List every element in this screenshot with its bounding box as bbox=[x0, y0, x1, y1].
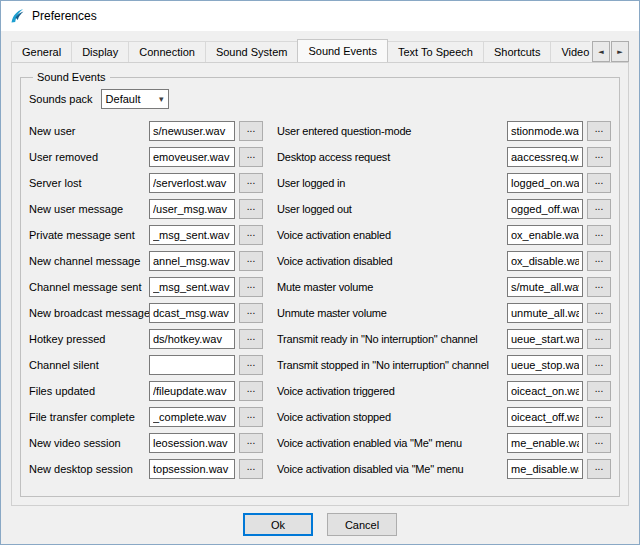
sound-event-row: Voice activation enabled via "Me" menu..… bbox=[277, 433, 611, 453]
sound-event-row: Transmit ready in "No interruption" chan… bbox=[277, 329, 611, 349]
sound-event-label: User entered question-mode bbox=[277, 125, 507, 137]
tab-text-to-speech[interactable]: Text To Speech bbox=[387, 41, 484, 62]
browse-button[interactable]: ... bbox=[587, 251, 611, 271]
browse-button[interactable]: ... bbox=[239, 407, 263, 427]
sound-file-input[interactable] bbox=[149, 121, 235, 141]
sound-file-input[interactable] bbox=[507, 459, 583, 479]
sound-event-row: User entered question-mode... bbox=[277, 121, 611, 141]
sound-event-label: Unmute master volume bbox=[277, 307, 507, 319]
browse-button[interactable]: ... bbox=[587, 225, 611, 245]
tab-scroll-right-button[interactable]: ► bbox=[611, 41, 629, 62]
tab-general[interactable]: General bbox=[11, 41, 72, 62]
titlebar[interactable]: Preferences bbox=[1, 1, 639, 31]
sound-file-input[interactable] bbox=[507, 381, 583, 401]
sound-event-label: User logged out bbox=[277, 203, 507, 215]
sound-file-input[interactable] bbox=[149, 225, 235, 245]
tab-scroll-left-button[interactable]: ◄ bbox=[592, 41, 610, 62]
sound-file-input[interactable] bbox=[507, 225, 583, 245]
sound-file-input[interactable] bbox=[507, 303, 583, 323]
sound-event-row: New desktop session... bbox=[29, 459, 263, 479]
sound-file-input[interactable] bbox=[149, 199, 235, 219]
browse-button[interactable]: ... bbox=[587, 121, 611, 141]
browse-button[interactable]: ... bbox=[239, 381, 263, 401]
cancel-button[interactable]: Cancel bbox=[327, 513, 397, 536]
browse-button[interactable]: ... bbox=[239, 251, 263, 271]
sound-file-input[interactable] bbox=[507, 277, 583, 297]
browse-button[interactable]: ... bbox=[239, 303, 263, 323]
tab-video[interactable]: Video bbox=[550, 41, 590, 62]
browse-button[interactable]: ... bbox=[587, 407, 611, 427]
sound-file-input[interactable] bbox=[149, 355, 235, 375]
ok-button[interactable]: Ok bbox=[243, 513, 313, 536]
sound-event-row: Transmit stopped in "No interruption" ch… bbox=[277, 355, 611, 375]
sound-event-row: New channel message... bbox=[29, 251, 263, 271]
browse-button[interactable]: ... bbox=[239, 459, 263, 479]
sound-event-row: Voice activation triggered... bbox=[277, 381, 611, 401]
sound-event-row: New broadcast message... bbox=[29, 303, 263, 323]
sound-file-input[interactable] bbox=[507, 433, 583, 453]
browse-button[interactable]: ... bbox=[587, 381, 611, 401]
tab-shortcuts[interactable]: Shortcuts bbox=[483, 41, 551, 62]
sound-file-input[interactable] bbox=[149, 251, 235, 271]
browse-button[interactable]: ... bbox=[239, 277, 263, 297]
tab-display[interactable]: Display bbox=[71, 41, 129, 62]
sound-file-input[interactable] bbox=[149, 407, 235, 427]
browse-button[interactable]: ... bbox=[239, 225, 263, 245]
browse-button[interactable]: ... bbox=[239, 433, 263, 453]
sound-event-row: Voice activation stopped... bbox=[277, 407, 611, 427]
tab-sound-system[interactable]: Sound System bbox=[205, 41, 299, 62]
sound-event-label: New user bbox=[29, 125, 149, 137]
sound-event-label: Private message sent bbox=[29, 229, 149, 241]
sound-file-input[interactable] bbox=[507, 251, 583, 271]
browse-button[interactable]: ... bbox=[587, 355, 611, 375]
sound-file-input[interactable] bbox=[507, 147, 583, 167]
sound-file-input[interactable] bbox=[507, 329, 583, 349]
sound-file-input[interactable] bbox=[149, 459, 235, 479]
sound-file-input[interactable] bbox=[149, 433, 235, 453]
browse-button[interactable]: ... bbox=[587, 459, 611, 479]
sound-event-row: Channel silent... bbox=[29, 355, 263, 375]
sound-event-label: Files updated bbox=[29, 385, 149, 397]
sounds-pack-select[interactable]: Default ▾ bbox=[101, 89, 169, 109]
browse-button[interactable]: ... bbox=[587, 277, 611, 297]
browse-button[interactable]: ... bbox=[239, 121, 263, 141]
browse-button[interactable]: ... bbox=[239, 199, 263, 219]
browse-button[interactable]: ... bbox=[587, 173, 611, 193]
sound-event-row: Files updated... bbox=[29, 381, 263, 401]
browse-button[interactable]: ... bbox=[239, 355, 263, 375]
sound-file-input[interactable] bbox=[149, 173, 235, 193]
chevron-down-icon: ▾ bbox=[159, 94, 164, 104]
tab-scroll-buttons: ◄ ► bbox=[592, 41, 629, 62]
tab-sound-events[interactable]: Sound Events bbox=[297, 39, 388, 62]
sound-file-input[interactable] bbox=[507, 355, 583, 375]
arrow-left-icon: ◄ bbox=[598, 48, 603, 56]
sound-event-label: Voice activation triggered bbox=[277, 385, 507, 397]
sounds-pack-row: Sounds pack Default ▾ bbox=[29, 89, 611, 109]
sound-file-input[interactable] bbox=[149, 277, 235, 297]
sound-event-row: Voice activation disabled via "Me" menu.… bbox=[277, 459, 611, 479]
sound-events-group: Sound Events Sounds pack Default ▾ New u… bbox=[20, 71, 620, 497]
sound-file-input[interactable] bbox=[507, 199, 583, 219]
browse-button[interactable]: ... bbox=[587, 147, 611, 167]
sound-event-label: New desktop session bbox=[29, 463, 149, 475]
sound-event-row: Hotkey pressed... bbox=[29, 329, 263, 349]
browse-button[interactable]: ... bbox=[239, 329, 263, 349]
sound-file-input[interactable] bbox=[149, 147, 235, 167]
browse-button[interactable]: ... bbox=[587, 433, 611, 453]
preferences-dialog: Preferences General Display Connection S… bbox=[0, 0, 640, 545]
browse-button[interactable]: ... bbox=[587, 303, 611, 323]
tab-connection[interactable]: Connection bbox=[128, 41, 206, 62]
sound-file-input[interactable] bbox=[507, 121, 583, 141]
sound-file-input[interactable] bbox=[507, 173, 583, 193]
sound-file-input[interactable] bbox=[149, 329, 235, 349]
sound-file-input[interactable] bbox=[507, 407, 583, 427]
sound-file-input[interactable] bbox=[149, 381, 235, 401]
sound-event-label: Voice activation disabled via "Me" menu bbox=[277, 463, 507, 475]
browse-button[interactable]: ... bbox=[239, 173, 263, 193]
sound-file-input[interactable] bbox=[149, 303, 235, 323]
sound-event-label: Voice activation enabled via "Me" menu bbox=[277, 437, 507, 449]
browse-button[interactable]: ... bbox=[587, 199, 611, 219]
browse-button[interactable]: ... bbox=[587, 329, 611, 349]
browse-button[interactable]: ... bbox=[239, 147, 263, 167]
group-title: Sound Events bbox=[33, 71, 110, 83]
